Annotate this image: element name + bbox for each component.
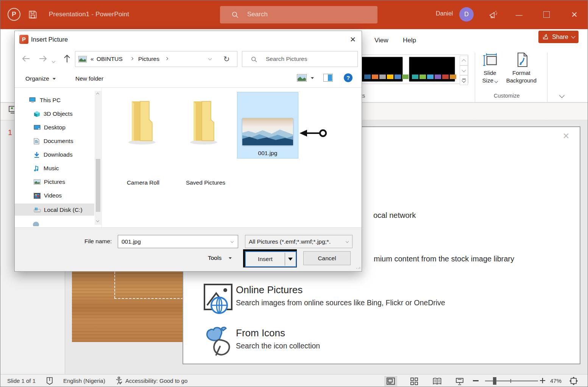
breadcrumb-chevron-icon-2[interactable] [165, 57, 168, 60]
sidebar-item-desktop[interactable]: Desktop [34, 121, 66, 134]
breadcrumb-overflow[interactable]: « [90, 56, 94, 62]
selected-file-tile[interactable]: 001.jpg [237, 92, 298, 159]
image-thumbnail-001jpg [242, 118, 293, 145]
save-icon[interactable] [28, 9, 38, 20]
forward-icon[interactable] [38, 54, 48, 63]
variant-thumbnail-1[interactable] [361, 57, 403, 82]
dialog-close-icon[interactable]: ✕ [349, 36, 357, 44]
help-icon[interactable]: ? [344, 73, 352, 82]
insert-button[interactable]: Insert [246, 252, 285, 266]
resize-grip[interactable]: ⠠⠴ [355, 266, 361, 270]
powerpoint-logo-icon: P [8, 8, 20, 21]
sidebar-item-pictures[interactable]: Pictures [34, 176, 65, 188]
sidebar-item-documents[interactable]: Documents [34, 135, 73, 148]
titlebar-search-placeholder: Search [247, 11, 268, 18]
sidebar-item-this-pc[interactable]: This PC [29, 94, 61, 107]
feedback-megaphone-icon[interactable] [488, 9, 499, 20]
address-dropdown-icon[interactable] [208, 57, 212, 61]
normal-view-icon[interactable] [384, 376, 397, 386]
zoom-percentage[interactable]: 47% [550, 378, 561, 384]
sidebar-scrollbar[interactable] [95, 91, 101, 225]
dialog-bottom-bar: File name: 001.jpg All Pictures (*.emf;*… [15, 227, 362, 271]
variant-thumbnail-2[interactable] [409, 57, 455, 82]
slide-wood-texture-image[interactable] [72, 272, 182, 342]
breadcrumb-chevron-icon[interactable] [130, 57, 133, 60]
zoom-in-icon[interactable] [540, 378, 546, 384]
from-icons-title[interactable]: From Icons [236, 327, 285, 339]
scroll-up-icon[interactable] [96, 93, 99, 96]
folder-icon-camera-roll[interactable] [126, 98, 158, 146]
format-background-button[interactable]: FormatBackground [502, 69, 541, 84]
folder-icon-saved-pictures[interactable] [187, 98, 220, 146]
zoom-slider-thumb[interactable] [493, 377, 496, 385]
user-name[interactable]: Daniel [436, 10, 453, 17]
organize-button[interactable]: Organize [25, 75, 56, 82]
language-label[interactable]: English (Nigeria) [63, 378, 105, 384]
collapse-ribbon-icon[interactable] [560, 92, 564, 99]
gallery-scroll-controls [460, 56, 467, 83]
file-type-dropdown-icon [346, 240, 349, 243]
gallery-scroll-down[interactable] [460, 65, 468, 75]
slideshow-icon[interactable] [453, 376, 466, 386]
accessibility-status[interactable]: Accessibility: Good to go [125, 378, 187, 384]
fit-to-window-icon[interactable] [569, 376, 578, 385]
refresh-icon[interactable]: ↻ [216, 51, 237, 67]
cancel-button[interactable]: Cancel [303, 251, 351, 265]
pane-close-icon[interactable]: ✕ [562, 132, 570, 140]
address-bar[interactable]: « OBINTUS Pictures [75, 51, 217, 67]
online-pictures-subtitle: Search images from online sources like B… [236, 298, 445, 307]
slide-count-label[interactable]: Slide 1 of 1 [7, 378, 36, 384]
zoom-slider-center-tick [510, 379, 511, 383]
share-icon [542, 33, 549, 40]
maximize-button[interactable] [543, 11, 550, 18]
tools-button[interactable]: Tools [208, 255, 232, 261]
scrollbar-thumb[interactable] [96, 159, 100, 212]
new-folder-button[interactable]: New folder [75, 75, 103, 82]
dialog-title: Insert Picture [31, 36, 68, 43]
gallery-scroll-up[interactable] [460, 56, 468, 65]
sidebar-item-videos[interactable]: Videos [34, 189, 62, 202]
file-name-dropdown-icon[interactable] [231, 240, 234, 243]
tab-help[interactable]: Help [403, 37, 416, 44]
preview-pane-icon[interactable] [323, 74, 333, 82]
avatar[interactable]: D [459, 7, 474, 22]
annotation-arrow [298, 127, 328, 139]
file-label-saved-pictures[interactable]: Saved Pictures [183, 179, 228, 186]
slide-size-button[interactable]: Slide Size [478, 69, 502, 84]
slide-sorter-icon[interactable] [408, 376, 421, 386]
file-label-001jpg: 001.jpg [237, 150, 298, 157]
slide-number[interactable]: 1 [8, 128, 12, 137]
breadcrumb-obintus[interactable]: OBINTUS [97, 56, 123, 62]
search-icon [251, 56, 257, 63]
insert-split-button[interactable]: Insert [245, 251, 296, 267]
spellcheck-icon[interactable] [46, 377, 53, 385]
minimize-button[interactable]: — [515, 10, 524, 19]
file-type-dropdown[interactable]: All Pictures (*.emf;*.wmf;*.jpg;*. [245, 235, 352, 248]
up-icon[interactable] [63, 54, 71, 63]
share-button[interactable]: Share [538, 31, 579, 43]
gallery-more-button[interactable] [460, 75, 468, 85]
reading-view-icon[interactable] [430, 376, 443, 386]
back-icon[interactable] [21, 54, 31, 63]
titlebar-search[interactable]: Search [220, 6, 377, 23]
file-name-input[interactable]: 001.jpg [118, 235, 238, 248]
recent-locations-icon[interactable] [52, 57, 55, 64]
thumbnail-view-icon[interactable] [297, 74, 307, 82]
tab-view[interactable]: View [374, 37, 388, 44]
zoom-out-icon[interactable] [473, 380, 479, 381]
title-bar: P Presentation1 - PowerPoint Search Dani… [0, 0, 588, 29]
search-pictures-input[interactable]: Search Pictures [242, 51, 358, 67]
close-button[interactable]: ✕ [570, 10, 579, 19]
file-label-camera-roll[interactable]: Camera Roll [120, 179, 166, 186]
breadcrumb-pictures[interactable]: Pictures [138, 56, 159, 62]
sidebar-item-downloads[interactable]: Downloads [34, 148, 73, 161]
sidebar-item-music[interactable]: Music [34, 162, 59, 175]
sidebar-item-local-disk[interactable]: Local Disk (C:) [34, 204, 83, 216]
scroll-down-icon[interactable] [96, 219, 99, 222]
sidebar-item-3d-objects[interactable]: 3D Objects [34, 107, 73, 120]
view-options-caret-icon[interactable] [311, 77, 314, 79]
online-pictures-title[interactable]: Online Pictures [236, 284, 303, 296]
insert-dropdown-icon[interactable] [285, 252, 296, 266]
accessibility-icon [115, 376, 123, 385]
file-name-label: File name: [84, 238, 112, 245]
